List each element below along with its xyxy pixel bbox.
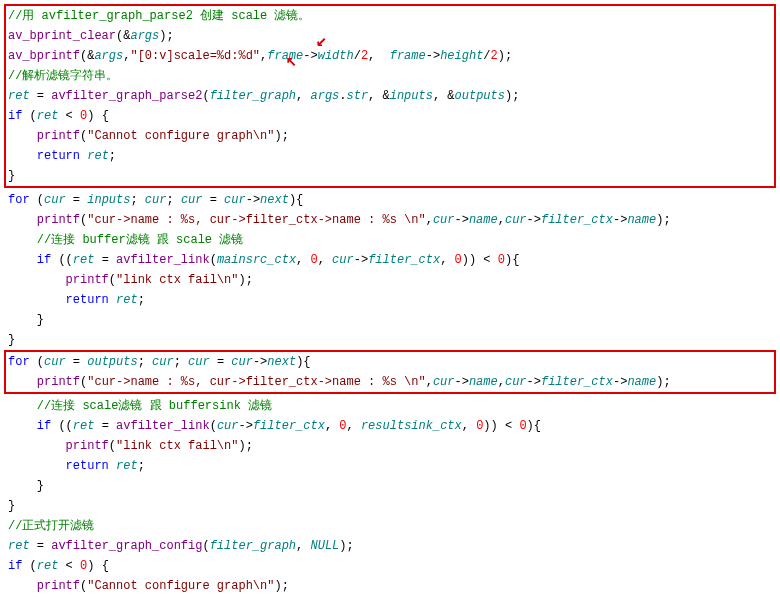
code-comment: //解析滤镜字符串。	[8, 69, 118, 83]
code-number: 0	[455, 253, 462, 267]
code-var: filter_graph	[210, 89, 296, 103]
code-string: "link ctx fail\n"	[116, 439, 238, 453]
code-var: inputs	[390, 89, 433, 103]
code-comment: //连接 scale滤镜 跟 buffersink 滤镜	[37, 399, 272, 413]
code-func: printf	[37, 213, 80, 227]
code-string: "Cannot configure graph\n"	[87, 579, 274, 593]
code-var: ret	[73, 253, 95, 267]
code-keyword: return	[37, 149, 80, 163]
code-keyword: if	[37, 419, 51, 433]
code-var: ret	[73, 419, 95, 433]
code-func: printf	[66, 273, 109, 287]
code-var: cur	[231, 355, 253, 369]
code-block-1: //用 avfilter_graph_parse2 创建 scale 滤镜。 a…	[8, 6, 772, 186]
code-number: 0	[80, 559, 87, 573]
code-var: cur	[44, 355, 66, 369]
highlight-box-1: ↙ ↖ //用 avfilter_graph_parse2 创建 scale 滤…	[4, 4, 776, 188]
code-var: ret	[8, 539, 30, 553]
code-var: NULL	[310, 539, 339, 553]
code-keyword: return	[66, 293, 109, 307]
code-var: cur	[433, 213, 455, 227]
code-var: str	[347, 89, 369, 103]
code-var: outputs	[455, 89, 505, 103]
code-var: cur	[188, 355, 210, 369]
code-var: filter_ctx	[541, 213, 613, 227]
code-var: ret	[37, 109, 59, 123]
code-var: ret	[116, 459, 138, 473]
code-var: name	[627, 213, 656, 227]
code-number: 0	[498, 253, 505, 267]
code-var: ret	[37, 559, 59, 573]
code-var: args	[310, 89, 339, 103]
code-func: printf	[37, 579, 80, 593]
code-keyword: if	[8, 109, 22, 123]
code-comment: //正式打开滤镜	[8, 519, 94, 533]
code-keyword: for	[8, 193, 30, 207]
code-number: 0	[339, 419, 346, 433]
code-keyword: return	[66, 459, 109, 473]
code-string: "cur->name : %s, cur->filter_ctx->name :…	[87, 213, 425, 227]
code-var: name	[469, 375, 498, 389]
code-var: filter_ctx	[368, 253, 440, 267]
code-var: cur	[505, 213, 527, 227]
code-var: next	[260, 193, 289, 207]
code-var: resultsink_ctx	[361, 419, 462, 433]
code-func: printf	[37, 129, 80, 143]
code-var: filter_ctx	[253, 419, 325, 433]
code-var: cur	[152, 355, 174, 369]
code-func: avfilter_link	[116, 419, 210, 433]
code-string: "Cannot configure graph\n"	[87, 129, 274, 143]
code-block-2: for (cur = outputs; cur; cur = cur->next…	[8, 352, 772, 392]
code-var: next	[267, 355, 296, 369]
code-string: "cur->name : %s, cur->filter_ctx->name :…	[87, 375, 425, 389]
code-var: frame	[390, 49, 426, 63]
code-func: av_bprintf	[8, 49, 80, 63]
code-var: cur	[145, 193, 167, 207]
arrow-icon: ↙	[316, 36, 327, 46]
code-func: avfilter_graph_config	[51, 539, 202, 553]
highlight-box-2: for (cur = outputs; cur; cur = cur->next…	[4, 350, 776, 394]
code-var: outputs	[87, 355, 137, 369]
code-number: 0	[476, 419, 483, 433]
code-keyword: if	[37, 253, 51, 267]
code-var: cur	[505, 375, 527, 389]
code-number: 0	[80, 109, 87, 123]
code-string: "link ctx fail\n"	[116, 273, 238, 287]
code-keyword: if	[8, 559, 22, 573]
code-func: avfilter_graph_parse2	[51, 89, 202, 103]
code-var: ret	[87, 149, 109, 163]
code-var: cur	[44, 193, 66, 207]
code-var: args	[130, 29, 159, 43]
code-var: cur	[217, 419, 239, 433]
code-comment: //用 avfilter_graph_parse2 创建 scale 滤镜。	[8, 9, 310, 23]
code-block-mid1: for (cur = inputs; cur; cur = cur->next)…	[4, 190, 776, 350]
code-number: 0	[519, 419, 526, 433]
code-func: printf	[66, 439, 109, 453]
code-var: cur	[332, 253, 354, 267]
arrow-icon: ↖	[286, 56, 297, 66]
code-func: avfilter_link	[116, 253, 210, 267]
code-var: mainsrc_ctx	[217, 253, 296, 267]
code-var: inputs	[87, 193, 130, 207]
code-var: cur	[433, 375, 455, 389]
code-keyword: for	[8, 355, 30, 369]
code-string: "[0:v]scale=%d:%d"	[130, 49, 260, 63]
code-comment: //连接 buffer滤镜 跟 scale 滤镜	[37, 233, 243, 247]
code-block-mid2: //连接 scale滤镜 跟 buffersink 滤镜 if ((ret = …	[4, 396, 776, 516]
code-var: filter_ctx	[541, 375, 613, 389]
code-block-tail: //正式打开滤镜 ret = avfilter_graph_config(fil…	[4, 516, 776, 597]
code-var: height	[440, 49, 483, 63]
code-var: name	[627, 375, 656, 389]
code-number: 0	[311, 253, 318, 267]
code-var: cur	[181, 193, 203, 207]
code-var: name	[469, 213, 498, 227]
code-var: width	[318, 49, 354, 63]
code-var: ret	[116, 293, 138, 307]
code-var: args	[94, 49, 123, 63]
code-func: av_bprint_clear	[8, 29, 116, 43]
code-func: printf	[37, 375, 80, 389]
code-var: cur	[224, 193, 246, 207]
code-var: filter_graph	[210, 539, 296, 553]
